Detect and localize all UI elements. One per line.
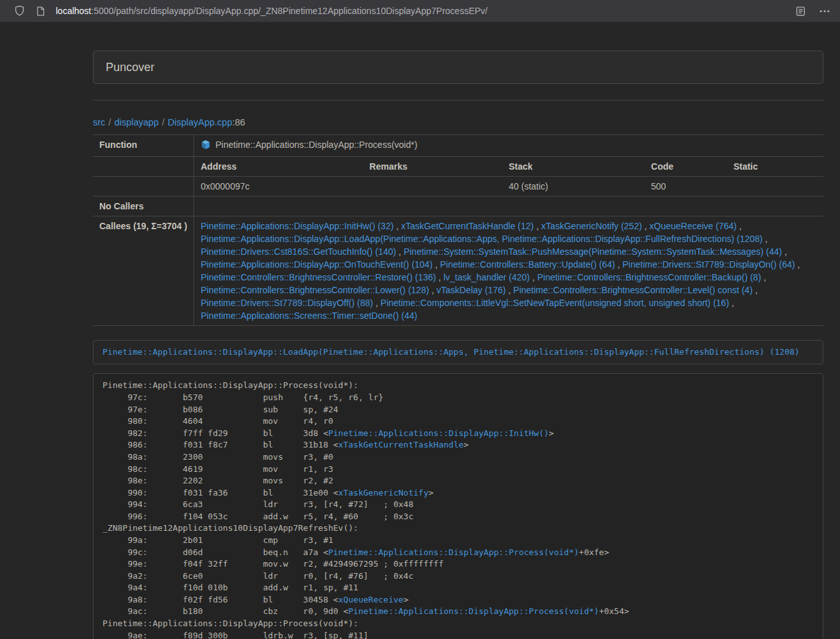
navbar: Puncover — [93, 51, 823, 84]
no-callers-row: No Callers — [93, 197, 823, 216]
callee-link[interactable]: lv_task_handler (420) — [443, 272, 530, 282]
callee-link[interactable]: Pinetime::Applications::DisplayApp::Load… — [201, 234, 762, 244]
stats-value-row: 0x0000097c 40 (static) 500 — [93, 177, 823, 197]
divider — [93, 100, 823, 101]
breadcrumb-line-number: :86 — [232, 117, 245, 127]
disassembly-symbol-link[interactable]: Pinetime::Applications::DisplayApp::Proc… — [349, 606, 599, 616]
function-table: Function Pinetime::Applications::Display… — [93, 134, 823, 326]
breadcrumb-separator: / — [108, 117, 111, 127]
function-row-label: Function — [93, 135, 194, 157]
empty-cell — [93, 177, 194, 197]
disassembly-symbol-link[interactable]: Pinetime::Applications::DisplayApp::Proc… — [328, 547, 579, 557]
callee-link[interactable]: Pinetime::Applications::DisplayApp::Init… — [201, 221, 393, 231]
code-value: 500 — [645, 177, 727, 197]
callee-link[interactable]: xTaskGenericNotify (252) — [541, 221, 642, 231]
column-header-code: Code — [645, 157, 727, 177]
breadcrumb-separator: / — [162, 117, 165, 127]
callee-link[interactable]: Pinetime::Applications::DisplayApp::OnTo… — [201, 259, 432, 270]
callees-row: Callees (19, Σ=3704 ) Pinetime::Applicat… — [93, 216, 823, 326]
breadcrumb: src/displayapp/DisplayApp.cpp:86 — [93, 117, 823, 127]
callee-link[interactable]: Pinetime::Drivers::St7789::DisplayOn() (… — [623, 259, 795, 270]
column-header-stack: Stack — [502, 157, 645, 177]
callee-link[interactable]: Pinetime::Components::LittleVgl::SetNewT… — [381, 298, 729, 308]
callee-link[interactable]: xQueueReceive (764) — [650, 221, 737, 231]
empty-cell — [93, 157, 194, 177]
callee-link[interactable]: vTaskDelay (176) — [436, 285, 506, 295]
shield-icon[interactable] — [14, 5, 25, 17]
callee-link[interactable]: Pinetime::Controllers::BrightnessControl… — [201, 272, 436, 282]
function-name-cell: Pinetime::Applications::DisplayApp::Proc… — [194, 135, 823, 157]
callee-link[interactable]: xTaskGetCurrentTaskHandle (12) — [401, 221, 534, 231]
callee-link[interactable]: Pinetime::Controllers::BrightnessControl… — [537, 272, 761, 282]
function-name: Pinetime::Applications::DisplayApp::Proc… — [215, 140, 417, 150]
symbol-snippet-box: Pinetime::Applications::DisplayApp::Load… — [93, 340, 823, 364]
callee-link[interactable]: Pinetime::Controllers::BrightnessControl… — [513, 285, 752, 295]
stack-value: 40 (static) — [502, 177, 645, 197]
breadcrumb-src-link[interactable]: src — [93, 117, 105, 127]
reader-view-icon[interactable] — [796, 6, 805, 16]
function-cube-icon — [201, 140, 211, 153]
callee-link[interactable]: Pinetime::Drivers::St7789::DisplayOff() … — [201, 298, 373, 308]
disassembly-symbol-link[interactable]: xTaskGenericNotify — [338, 488, 429, 497]
no-callers-cell — [194, 197, 823, 216]
more-menu-icon[interactable] — [819, 10, 830, 13]
callee-link[interactable]: Pinetime::System::SystemTask::PushMessag… — [404, 247, 782, 257]
function-row: Function Pinetime::Applications::Display… — [93, 135, 823, 157]
page-info-icon[interactable] — [37, 6, 45, 16]
disassembly: Pinetime::Applications::DisplayApp::Proc… — [93, 373, 823, 639]
disassembly-symbol-link[interactable]: xQueueReceive — [338, 595, 404, 604]
brand-link[interactable]: Puncover — [106, 61, 154, 74]
url-path: :5000/path/src/displayapp/DisplayApp.cpp… — [91, 6, 488, 16]
page-container: Puncover src/displayapp/DisplayApp.cpp:8… — [93, 51, 823, 639]
browser-url-bar[interactable]: localhost:5000/path/src/displayapp/Displ… — [0, 0, 840, 22]
no-callers-label: No Callers — [93, 197, 194, 216]
address-value: 0x0000097c — [194, 177, 363, 197]
url-text[interactable]: localhost:5000/path/src/displayapp/Displ… — [56, 6, 788, 16]
callee-link[interactable]: Pinetime::Controllers::BrightnessControl… — [201, 285, 429, 295]
callee-link[interactable]: Pinetime::Drivers::Cst816S::GetTouchInfo… — [201, 247, 396, 257]
column-header-address: Address — [194, 157, 363, 177]
stats-header-row: Address Remarks Stack Code Static — [93, 157, 823, 177]
snippet-symbol-link[interactable]: Pinetime::Applications::DisplayApp::Load… — [103, 347, 800, 357]
breadcrumb-displayapp-link[interactable]: displayapp — [114, 117, 158, 127]
disassembly-symbol-link[interactable]: xTaskGetCurrentTaskHandle — [338, 440, 464, 449]
disassembly-symbol-link[interactable]: Pinetime::Applications::DisplayApp::Init… — [328, 428, 548, 438]
callee-link[interactable]: Pinetime::Applications::Screens::Timer::… — [201, 311, 417, 321]
remarks-value — [363, 177, 502, 197]
breadcrumb-file-link[interactable]: DisplayApp.cpp — [168, 117, 233, 127]
url-host: localhost — [56, 6, 91, 16]
callees-cell: Pinetime::Applications::DisplayApp::Init… — [194, 216, 823, 326]
callees-label: Callees (19, Σ=3704 ) — [93, 216, 194, 326]
callee-link[interactable]: Pinetime::Controllers::Battery::Update()… — [440, 259, 615, 270]
column-header-static: Static — [727, 157, 823, 177]
static-value — [727, 177, 823, 197]
column-header-remarks: Remarks — [363, 157, 502, 177]
